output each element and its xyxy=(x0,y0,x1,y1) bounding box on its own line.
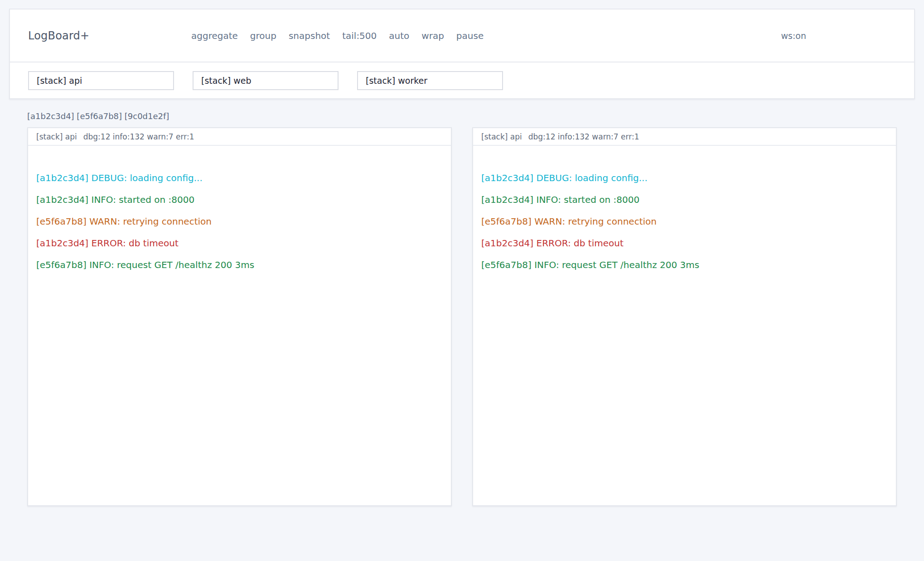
log-line: [e5f6a7b8] WARN: retrying connection xyxy=(36,216,443,227)
log-panels: [stack] api dbg:12 info:132 warn:7 err:1… xyxy=(27,127,897,506)
panel-stats: dbg:12 info:132 warn:7 err:1 xyxy=(528,132,639,141)
panel-title: [stack] api xyxy=(36,132,77,141)
log-panel-body: [a1b2c3d4] DEBUG: loading config... [a1b… xyxy=(28,146,451,505)
toolbar-item-group[interactable]: group xyxy=(250,30,276,41)
panel-title: [stack] api xyxy=(481,132,522,141)
topbar-main-row: LogBoard+ aggregate group snapshot tail:… xyxy=(10,10,914,62)
app-title: LogBoard+ xyxy=(28,29,191,42)
log-line: [e5f6a7b8] WARN: retrying connection xyxy=(481,216,888,227)
toolbar-item-wrap[interactable]: wrap xyxy=(421,30,444,41)
toolbar-item-pause[interactable]: pause xyxy=(456,30,484,41)
log-line: [a1b2c3d4] DEBUG: loading config... xyxy=(481,172,888,184)
log-panel-body: [a1b2c3d4] DEBUG: loading config... [a1b… xyxy=(473,146,896,505)
panel-stats: dbg:12 info:132 warn:7 err:1 xyxy=(83,132,194,141)
toolbar-item-snapshot[interactable]: snapshot xyxy=(289,30,330,41)
toolbar: aggregate group snapshot tail:500 auto w… xyxy=(191,30,484,41)
topbar: LogBoard+ aggregate group snapshot tail:… xyxy=(9,9,915,99)
toolbar-item-tail[interactable]: tail:500 xyxy=(342,30,377,41)
log-panel-right: [stack] api dbg:12 info:132 warn:7 err:1… xyxy=(472,127,897,506)
log-line: [a1b2c3d4] INFO: started on :8000 xyxy=(481,194,888,206)
filter-input-api[interactable] xyxy=(28,71,174,90)
toolbar-item-aggregate[interactable]: aggregate xyxy=(191,30,238,41)
toolbar-item-auto[interactable]: auto xyxy=(389,30,409,41)
log-panel-left: [stack] api dbg:12 info:132 warn:7 err:1… xyxy=(27,127,452,506)
filter-input-worker[interactable] xyxy=(357,71,503,90)
log-line: [a1b2c3d4] DEBUG: loading config... xyxy=(36,172,443,184)
log-line: [a1b2c3d4] ERROR: db timeout xyxy=(36,237,443,249)
trace-ids: [a1b2c3d4] [e5f6a7b8] [9c0d1e2f] xyxy=(27,111,897,121)
filter-input-web[interactable] xyxy=(193,71,339,90)
filter-bar xyxy=(10,62,914,98)
log-line: [e5f6a7b8] INFO: request GET /healthz 20… xyxy=(481,259,888,271)
log-line: [a1b2c3d4] INFO: started on :8000 xyxy=(36,194,443,206)
log-panel-header: [stack] api dbg:12 info:132 warn:7 err:1 xyxy=(28,128,451,146)
log-panel-header: [stack] api dbg:12 info:132 warn:7 err:1 xyxy=(473,128,896,146)
log-line: [e5f6a7b8] INFO: request GET /healthz 20… xyxy=(36,259,443,271)
log-line: [a1b2c3d4] ERROR: db timeout xyxy=(481,237,888,249)
ws-status-badge: ws:on xyxy=(781,31,806,41)
